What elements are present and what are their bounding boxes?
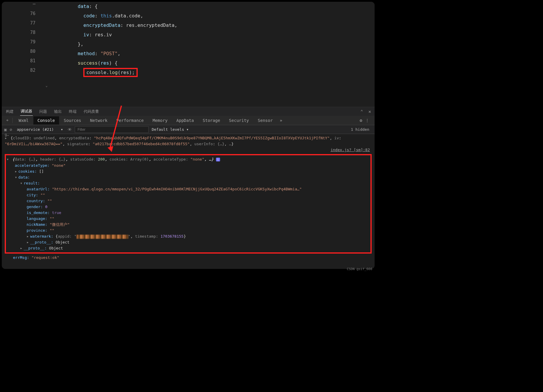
collapse-icon[interactable]: ▾ — [6, 156, 10, 162]
panel-tab-build[interactable]: 构建 — [5, 107, 14, 116]
devtab-more[interactable]: » — [277, 118, 284, 123]
sidebar-toggle-icon[interactable]: ▣ — [4, 127, 6, 132]
code-line: console.log(res); — [55, 68, 177, 77]
code-line: code: this.data.code, — [55, 11, 177, 21]
clear-console-icon[interactable]: ⊘ — [9, 127, 12, 132]
filter-input[interactable] — [75, 126, 149, 133]
line-number: 82 — [2, 66, 43, 75]
devtab-sensor[interactable]: Sensor — [254, 116, 277, 125]
code-line: method: "POST", — [55, 49, 177, 58]
collapse-icon[interactable]: ▾ — [15, 174, 18, 180]
expand-icon[interactable]: ▸ — [27, 233, 30, 239]
line-number: ─ — [2, 2, 43, 9]
devtab-security[interactable]: Security — [225, 116, 253, 125]
line-number: 80 — [2, 47, 43, 56]
line-number: 79 — [2, 37, 43, 47]
code-line: }, — [55, 40, 177, 49]
devtab-appdata[interactable]: AppData — [172, 116, 198, 125]
eye-icon[interactable]: 👁 — [68, 127, 72, 132]
devtab-storage[interactable]: Storage — [199, 116, 224, 125]
code-line: encryptedData: res.encryptedData, — [55, 21, 177, 30]
line-number: 78 — [2, 28, 43, 37]
expand-icon[interactable]: ▸ — [27, 239, 30, 245]
highlighted-log-box: ▾ {data: {…}, header: {…}, statusCode: 2… — [5, 154, 372, 254]
devtab-console[interactable]: Console — [33, 116, 59, 125]
panel-tab-output[interactable]: 输出 — [53, 107, 62, 116]
kebab-icon[interactable]: ⋮ — [365, 118, 369, 123]
panel-tab-terminal[interactable]: 终端 — [68, 107, 77, 116]
panel-tab-problems[interactable]: 问题 — [39, 107, 48, 116]
gear-icon[interactable]: ⚙ — [360, 118, 362, 123]
line-number: 76 — [2, 9, 43, 18]
inspect-icon[interactable]: ⌖ — [4, 118, 11, 123]
expand-icon[interactable]: ▸ — [20, 245, 24, 251]
redacted-appid — [77, 235, 128, 239]
hidden-count[interactable]: 1 hidden — [351, 127, 372, 132]
devtab-sources[interactable]: Sources — [60, 116, 85, 125]
levels-dropdown[interactable]: Default levels ▾ — [152, 127, 188, 132]
panel-tabs: 构建 调试器 问题 输出 终端 代码质量 ⌃ ✕ — [2, 107, 375, 116]
line-number: 81 — [2, 56, 43, 66]
line-number: 77 — [2, 18, 43, 28]
panel-close-icon[interactable]: ✕ — [368, 109, 371, 114]
console-output[interactable]: ▸ {cloudID: undefined, encryptedData: "h… — [2, 134, 375, 262]
log-source-link[interactable]: index.js? [sm]:82 — [331, 147, 372, 153]
panel-tab-codequality[interactable]: 代码质量 — [83, 107, 100, 116]
devtab-network[interactable]: Network — [86, 116, 112, 125]
code-line: success(res) { — [55, 58, 177, 68]
info-badge-icon: i — [216, 158, 220, 161]
panel-collapse-icon[interactable]: ⌃ — [360, 109, 363, 114]
expand-icon[interactable]: ▸ — [15, 169, 18, 174]
code-editor[interactable]: ─ 76 77 78 79 80 81 82 ⌄ data: { code: t… — [2, 2, 375, 107]
console-toolbar: ▣ ⊘ appservice (#21) ▾ 👁 Default levels … — [2, 125, 375, 134]
collapse-icon[interactable]: ▾ — [20, 180, 24, 186]
devtab-memory[interactable]: Memory — [148, 116, 172, 125]
devtools-tabs: ⌖ Wxml Console Sources Network Performan… — [2, 116, 375, 125]
devtab-wxml[interactable]: Wxml — [14, 116, 33, 125]
console-log-row[interactable]: ▸ {cloudID: undefined, encryptedData: "h… — [5, 135, 372, 147]
collapse-icon[interactable]: ⌄ — [45, 84, 48, 88]
code-line: iv: res.iv — [55, 30, 177, 40]
gutter: ─ 76 77 78 79 80 81 82 — [2, 2, 43, 75]
context-dropdown[interactable]: appservice (#21) ▾ — [15, 127, 65, 132]
code-line: data: { — [55, 2, 177, 11]
panel-tab-debugger[interactable]: 调试器 — [20, 107, 33, 116]
truncated-left-text: g… — [5, 133, 9, 137]
watermark-text: CSDN @sif_666 — [347, 267, 372, 271]
